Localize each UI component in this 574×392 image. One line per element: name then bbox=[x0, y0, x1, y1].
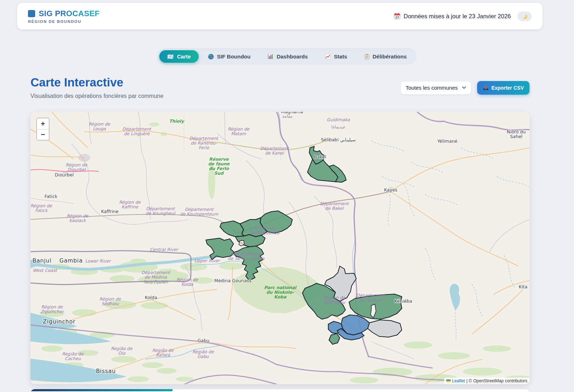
zoom-in-button[interactable]: + bbox=[37, 118, 49, 129]
map-label: Lower River bbox=[85, 259, 112, 264]
map-label: Région deDiourbel bbox=[66, 162, 88, 172]
map-label: Région deZiguinchor bbox=[41, 304, 64, 314]
map-label: Guidimaka bbox=[327, 117, 350, 122]
map-label: Thioly bbox=[169, 119, 184, 124]
tab-carte[interactable]: Carte bbox=[159, 50, 198, 63]
map-label: Région deSédhiou bbox=[99, 297, 122, 306]
svg-text:17: 17 bbox=[395, 16, 399, 19]
below-fold-card bbox=[30, 389, 530, 392]
main-nav: Carte SIF Boundou Dashboards bbox=[0, 48, 574, 65]
map-label: Magnama bbox=[281, 112, 303, 114]
map-label: Ziguinchor bbox=[43, 318, 76, 325]
tab-sif-boundou[interactable]: SIF Boundou bbox=[200, 50, 258, 63]
osm-link[interactable]: OpenStreetMap contributors bbox=[473, 378, 527, 383]
data-updated-text: 17 Données mises à jour le 23 Janvier 20… bbox=[394, 13, 511, 20]
map-label: Kéniéba bbox=[394, 298, 412, 304]
theme-toggle[interactable] bbox=[517, 11, 532, 21]
map-label: Région deKédougou bbox=[324, 295, 346, 305]
export-csv-button[interactable]: Exporter CSV bbox=[477, 81, 530, 95]
leaflet-link[interactable]: Leaflet bbox=[452, 378, 465, 383]
map-label: Région deKaffrine bbox=[119, 200, 141, 209]
map-attribution: Leaflet | © OpenStreetMap contributors bbox=[444, 378, 530, 384]
interactive-map[interactable]: Région deLougaDépartementde LinguèreRégi… bbox=[30, 112, 530, 384]
tab-dashboards-label: Dashboards bbox=[277, 53, 308, 60]
map-label: Départementde MédinaYoro Foulah bbox=[141, 270, 171, 284]
map-label: Kolda bbox=[145, 295, 157, 300]
map-label: مقامة bbox=[282, 114, 292, 119]
tab-dashboards[interactable]: Dashboards bbox=[260, 50, 316, 63]
logo-square-icon bbox=[28, 10, 35, 17]
map-label: Central River bbox=[150, 247, 179, 252]
map-label: Kaffrine bbox=[101, 209, 119, 214]
app-header: SIG PROCASEF RÉGION DE BOUNDOU 17 Donnée… bbox=[17, 3, 542, 29]
moon-icon bbox=[522, 13, 528, 19]
map-label: Sélibabi سيليبابي bbox=[321, 137, 356, 142]
bar-chart-icon bbox=[268, 54, 273, 59]
map-label: Médina Gounass bbox=[214, 278, 251, 283]
map-city-dot bbox=[240, 242, 243, 244]
map-label: Départementde Koungheul bbox=[146, 206, 176, 216]
line-chart-icon bbox=[325, 54, 331, 59]
attribution-separator: | © bbox=[466, 378, 472, 383]
below-fold-accent-bar bbox=[30, 389, 173, 391]
update-label: Données mises à jour le 23 Janvier 2026 bbox=[404, 13, 511, 20]
tab-deliberations[interactable]: Délibérations bbox=[357, 50, 415, 63]
map-label: Départementde Saraya bbox=[356, 293, 386, 303]
map-label: غيديماغا bbox=[331, 124, 345, 129]
map-label: West Coast bbox=[33, 268, 58, 273]
logo: SIG PROCASEF RÉGION DE BOUNDOU bbox=[28, 9, 100, 24]
page-subtitle: Visualisation des opérations foncières p… bbox=[30, 93, 164, 99]
calendar-icon: 17 bbox=[394, 13, 400, 19]
commune-filter-value: Toutes les communes bbox=[406, 85, 458, 91]
globe-icon bbox=[208, 54, 214, 60]
tab-sif-boundou-label: SIF Boundou bbox=[217, 53, 250, 60]
map-label: Yélimané bbox=[437, 138, 457, 144]
map-label: Départementde Tambacounda bbox=[228, 251, 265, 261]
map-label: Bakel bbox=[314, 154, 326, 160]
map-label: Diourbel bbox=[55, 172, 74, 178]
export-csv-label: Exporter CSV bbox=[491, 85, 524, 91]
zoom-out-button[interactable]: − bbox=[37, 129, 49, 140]
map-label: Kayes bbox=[384, 187, 397, 193]
map-label: Banjul bbox=[32, 258, 51, 264]
map-label: Départementde Koumpentoum bbox=[180, 207, 218, 217]
tab-carte-label: Carte bbox=[177, 53, 190, 60]
map-label: Fatick bbox=[44, 194, 58, 199]
app-subtitle: RÉGION DE BOUNDOU bbox=[28, 19, 100, 24]
map-label: Région deKaolack bbox=[67, 213, 89, 223]
clipboard-icon bbox=[364, 54, 370, 60]
tab-stats-label: Stats bbox=[334, 53, 347, 60]
map-label: Gambia bbox=[59, 258, 83, 264]
ukraine-flag-icon bbox=[446, 379, 451, 382]
map-label: Região deCacheu bbox=[62, 351, 84, 361]
map-canvas: Région deLougaDépartementde LinguèreRégi… bbox=[30, 112, 530, 384]
map-label: Gabu bbox=[197, 338, 209, 343]
map-label: Départementde Linguère bbox=[122, 127, 152, 136]
map-label: Upper River bbox=[194, 258, 220, 263]
chevron-down-icon bbox=[462, 86, 466, 89]
tab-deliberations-label: Délibérations bbox=[373, 53, 407, 60]
map-label: Région deTambacounda bbox=[249, 226, 279, 235]
app-title: SIG PROCASEF bbox=[39, 9, 100, 18]
map-label: Bissau bbox=[96, 368, 116, 374]
map-icon bbox=[167, 54, 174, 59]
download-tray-icon bbox=[483, 85, 489, 90]
map-label: Kita bbox=[519, 284, 527, 289]
commune-filter-select[interactable]: Toutes les communes bbox=[400, 81, 471, 95]
tab-stats[interactable]: Stats bbox=[317, 50, 355, 63]
map-zoom-control: + − bbox=[36, 118, 50, 141]
page-title: Carte Interactive bbox=[30, 76, 164, 89]
